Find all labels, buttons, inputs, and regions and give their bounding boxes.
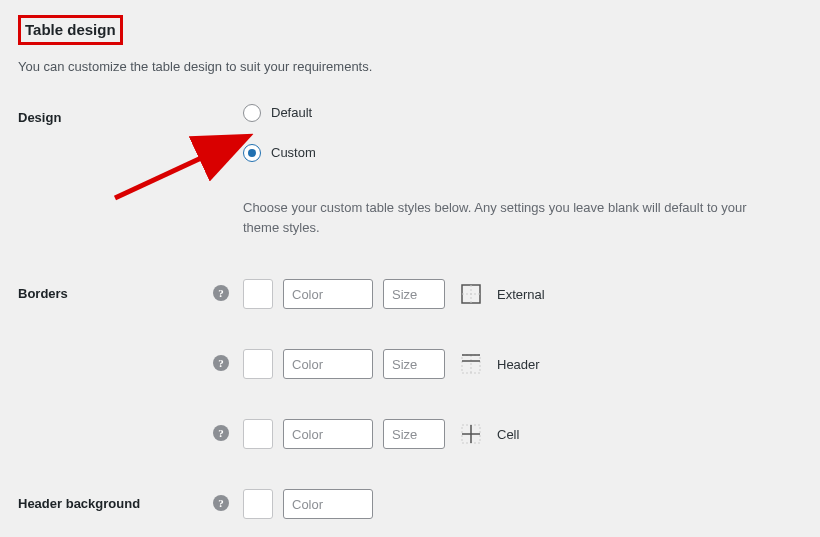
design-helper: Choose your custom table styles below. A… bbox=[243, 198, 783, 240]
border-external-color-input[interactable] bbox=[283, 279, 373, 309]
border-header-label: Header bbox=[497, 357, 540, 372]
help-icon[interactable]: ? bbox=[213, 285, 229, 301]
page-title: Table design bbox=[21, 18, 120, 42]
design-row: Design Default Custom Choose your custom… bbox=[18, 104, 802, 250]
radio-default[interactable]: Default bbox=[243, 104, 802, 122]
border-cell-color-input[interactable] bbox=[283, 419, 373, 449]
border-external-label: External bbox=[497, 287, 545, 302]
borders-row-external: Borders ? External bbox=[18, 279, 802, 337]
title-highlight: Table design bbox=[18, 15, 123, 45]
header-bg-swatch[interactable] bbox=[243, 489, 273, 519]
borders-label: Borders bbox=[18, 286, 68, 301]
border-header-swatch[interactable] bbox=[243, 349, 273, 379]
radio-input-default[interactable] bbox=[243, 104, 261, 122]
border-external-swatch[interactable] bbox=[243, 279, 273, 309]
design-label: Design bbox=[18, 110, 61, 125]
border-cell-swatch[interactable] bbox=[243, 419, 273, 449]
border-header-size-input[interactable] bbox=[383, 349, 445, 379]
border-external-size-input[interactable] bbox=[383, 279, 445, 309]
border-cell-label: Cell bbox=[497, 427, 519, 442]
help-icon[interactable]: ? bbox=[213, 355, 229, 371]
border-header-icon bbox=[461, 354, 481, 374]
help-icon[interactable]: ? bbox=[213, 425, 229, 441]
header-bg-row: Header background ? bbox=[18, 489, 802, 535]
borders-row-header: ? Header bbox=[18, 349, 802, 407]
border-header-color-input[interactable] bbox=[283, 349, 373, 379]
borders-row-cell: ? Cell bbox=[18, 419, 802, 477]
page-description: You can customize the table design to su… bbox=[18, 59, 802, 74]
border-cell-size-input[interactable] bbox=[383, 419, 445, 449]
help-icon[interactable]: ? bbox=[213, 495, 229, 511]
header-bg-color-input[interactable] bbox=[283, 489, 373, 519]
radio-input-custom[interactable] bbox=[243, 144, 261, 162]
header-bg-label: Header background bbox=[18, 496, 140, 511]
radio-label-custom: Custom bbox=[271, 145, 316, 160]
radio-custom[interactable]: Custom bbox=[243, 144, 802, 162]
border-cell-icon bbox=[461, 424, 481, 444]
radio-label-default: Default bbox=[271, 105, 312, 120]
border-external-icon bbox=[461, 284, 481, 304]
